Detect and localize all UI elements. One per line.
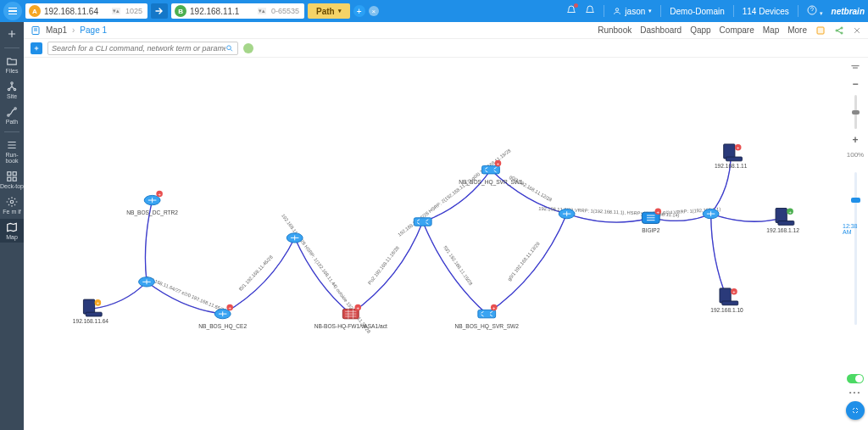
arrow-right-icon (155, 7, 164, 15)
right-control-strip: − + 100% 12:38 AM ••• (843, 58, 868, 430)
topology-link[interactable] (423, 222, 487, 315)
topology-link[interactable] (223, 237, 295, 314)
time-handle[interactable] (851, 198, 860, 203)
breadcrumb-bar: Map1 › Page 1 Runbook Dashboard Qapp Com… (24, 22, 868, 39)
help-icon[interactable]: ▾ (807, 5, 823, 17)
zoom-slider[interactable] (854, 95, 857, 129)
main-menu-button[interactable] (3, 2, 22, 20)
sidebar-item-site[interactable]: Site (0, 78, 24, 102)
time-slider[interactable] (854, 172, 857, 325)
svg-rect-13 (817, 27, 824, 34)
menu-qapp[interactable]: Qapp (690, 25, 710, 35)
menu-map[interactable]: Map (763, 25, 779, 35)
close-icon[interactable] (853, 26, 861, 35)
sidebar-item-runbook[interactable]: Run-book (0, 137, 24, 166)
topology-link[interactable] (423, 170, 491, 221)
reset-zoom-button[interactable] (850, 63, 860, 73)
search-row (24, 39, 868, 58)
link-label: f0/1 192.168.11.46/28 (238, 254, 274, 292)
svg-point-2 (11, 82, 13, 84)
router-icon (287, 233, 303, 243)
topology-link[interactable] (711, 214, 727, 298)
breadcrumb-map[interactable]: Map1 (46, 25, 67, 35)
zoom-out-button[interactable]: − (852, 78, 858, 90)
sidebar-item-path[interactable]: Path (0, 103, 24, 127)
add-path-button[interactable]: + (353, 5, 365, 17)
dest-port-text: 0-65535 (266, 7, 304, 15)
router-icon (144, 195, 160, 204)
search-extra-button[interactable] (243, 43, 253, 53)
devices-link[interactable]: 114 Devices (743, 7, 789, 16)
topology-link[interactable] (351, 222, 423, 315)
svg-rect-32 (478, 310, 496, 317)
domain-menu[interactable]: Demo-Domain (670, 7, 724, 16)
topology-link[interactable] (711, 214, 727, 298)
topology-node[interactable]: +192.168.1.11 (715, 144, 748, 169)
grid-icon (6, 170, 18, 182)
svg-rect-7 (8, 172, 11, 176)
topology-node[interactable] (414, 218, 431, 226)
topology-link[interactable] (711, 214, 783, 221)
topology-link[interactable] (423, 170, 491, 221)
switch-icon (478, 310, 496, 317)
dest-address-field[interactable]: B 192.168.11.1 ▾▴ 0-65535 (171, 3, 304, 19)
topology-node[interactable] (287, 233, 303, 243)
user-menu[interactable]: jason ▾ (613, 7, 652, 16)
menu-dashboard[interactable]: Dashboard (640, 25, 682, 35)
topology-link[interactable] (147, 282, 223, 314)
map-icon (6, 221, 18, 233)
notifications-icon[interactable] (585, 5, 595, 17)
source-address-field[interactable]: A 192.168.11.64 ▾▴ 1025 (25, 3, 147, 19)
sidebar-item-files[interactable]: Files (0, 53, 24, 76)
brand-logo: netbrain (832, 7, 865, 16)
search-icon[interactable] (225, 44, 234, 53)
path-button[interactable]: Path ▾ (308, 3, 350, 19)
topology-node[interactable] (703, 209, 719, 218)
svg-rect-9 (8, 177, 11, 181)
search-toggle-button[interactable] (31, 42, 42, 54)
user-icon (613, 7, 621, 15)
sidebar-item-desktop[interactable]: Deck-top (0, 168, 24, 192)
menu-compare[interactable]: Compare (720, 25, 754, 35)
topology-link[interactable] (223, 237, 295, 314)
topology-node[interactable]: +192.168.1.10 (710, 288, 743, 313)
sidebar-item-map[interactable]: Map (0, 219, 24, 243)
menu-runbook[interactable]: Runbook (598, 25, 632, 35)
topology-link[interactable] (295, 237, 351, 314)
menu-more[interactable]: More (787, 25, 807, 35)
topology-node[interactable] (559, 209, 575, 218)
node-label: NB_BOS_HQ_CE2 (198, 323, 247, 330)
search-input[interactable] (52, 44, 225, 53)
sidebar-add-button[interactable] (0, 25, 24, 43)
topology-link[interactable] (295, 237, 351, 314)
topology-link[interactable] (487, 214, 566, 314)
zoom-handle[interactable] (852, 110, 860, 114)
more-menu-button[interactable]: ••• (849, 388, 861, 396)
recenter-button[interactable] (846, 401, 865, 420)
close-path-button[interactable]: × (369, 6, 379, 16)
topology-canvas[interactable]: 192.168.11.64/27 e2/0 192.168.11.65/29f0… (24, 58, 843, 430)
fw-icon (342, 309, 359, 318)
dest-badge-icon: B (175, 5, 186, 17)
topology-link[interactable] (351, 222, 423, 315)
topology-link[interactable] (487, 214, 566, 314)
svg-point-5 (8, 114, 9, 116)
topology-node[interactable]: +BIGIP2 (642, 208, 661, 232)
topology-node[interactable]: +NB_BOS_DC_RTR2 (126, 191, 178, 216)
live-toggle[interactable] (847, 374, 864, 383)
link-label: 192.168.11.64/27 e2/0 192.168.11.65/29 (145, 275, 227, 313)
popout-icon[interactable] (815, 25, 826, 36)
zoom-in-button[interactable]: + (852, 134, 858, 146)
sidebar-item-femif[interactable]: Fe m if (0, 193, 24, 217)
breadcrumb-page[interactable]: Page 1 (80, 25, 107, 35)
topology-link[interactable] (147, 282, 223, 314)
topology-node[interactable] (139, 277, 155, 287)
topology-link[interactable] (423, 222, 487, 315)
share-icon[interactable] (834, 25, 844, 36)
topology-node[interactable]: +192.168.11.64 (73, 299, 109, 324)
go-button[interactable] (151, 3, 168, 19)
topology-node[interactable]: +NB_BOS_HQ_SVR_SW2 (455, 304, 520, 330)
port-sep-icon: ▾▴ (112, 8, 120, 14)
alerts-icon[interactable] (566, 5, 576, 17)
svg-rect-39 (726, 157, 743, 161)
